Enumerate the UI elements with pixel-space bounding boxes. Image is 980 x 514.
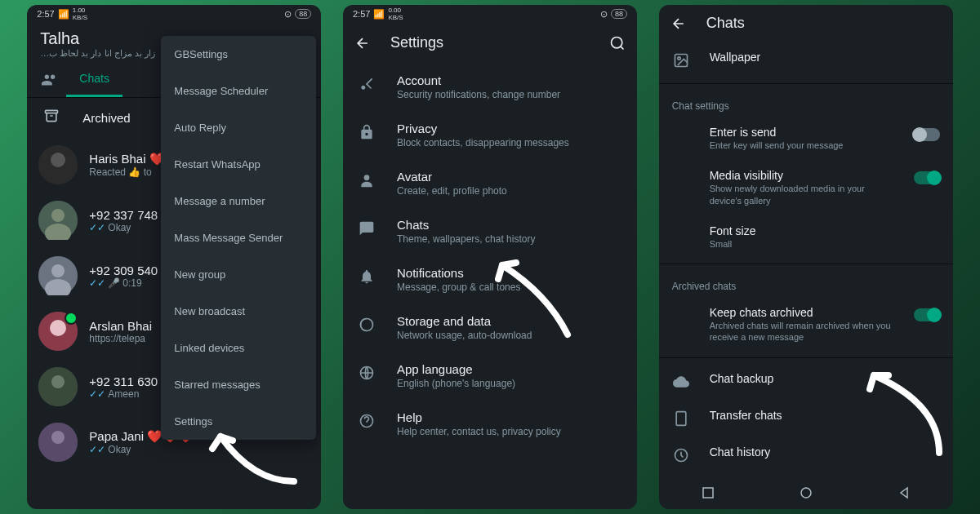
menu-item-scheduler[interactable]: Message Scheduler [161,73,316,109]
toggle-enter-send[interactable] [914,128,940,141]
nav-recent-icon[interactable] [702,486,715,499]
section-archived: Archived chats [659,269,953,297]
back-icon[interactable] [354,35,371,51]
divider [659,264,953,264]
wallpaper-icon [672,51,690,69]
setting-storage[interactable]: Storage and dataNetwork usage, auto-down… [343,304,637,352]
svg-rect-23 [703,488,713,498]
svg-point-4 [51,209,65,222]
kbps-label: 0.00KB/S [388,7,403,21]
status-time: 2:57 [353,9,370,19]
lock-icon: ⊙ [600,9,608,20]
setting-privacy[interactable]: PrivacyBlock contacts, disappearing mess… [343,111,637,159]
svg-point-15 [611,37,621,47]
menu-item-new-broadcast[interactable]: New broadcast [161,293,316,330]
setting-notifications[interactable]: NotificationsMessage, group & call tones [343,255,637,304]
globe-icon [358,364,376,382]
svg-point-14 [51,431,65,444]
search-icon[interactable] [609,35,626,51]
chat-preview: ✓✓Okay [89,444,310,455]
android-nav-bar [659,476,953,509]
phone-panel-chat-settings: Chats Wallpaper Chat settings Enter is s… [659,5,953,509]
option-media-visibility[interactable]: Media visibilityShow newly downloaded me… [659,160,953,215]
nav-back-icon[interactable] [898,486,911,499]
menu-item-settings[interactable]: Settings [161,403,316,440]
cloud-icon [672,373,690,391]
svg-point-12 [51,375,65,388]
signal-icon: 📶 [58,9,69,20]
read-tick-icon: ✓✓ [89,444,105,455]
setting-language[interactable]: App languageEnglish (phone's language) [343,352,637,400]
read-tick-icon: ✓✓ [89,388,105,400]
setting-help[interactable]: HelpHelp center, contact us, privacy pol… [343,400,637,448]
status-bar: 2:57 📶 0.00KB/S ⊙ 88 [343,5,637,23]
toggle-keep-archived[interactable] [914,308,940,321]
settings-title: Settings [390,34,590,51]
menu-item-autoreply[interactable]: Auto Reply [161,109,316,146]
option-wallpaper[interactable]: Wallpaper [659,42,953,78]
svg-rect-0 [46,110,58,113]
menu-item-message-number[interactable]: Message a number [161,183,316,219]
toggle-media-visibility[interactable] [914,171,940,184]
avatar[interactable] [38,145,78,184]
setting-account[interactable]: AccountSecurity notifications, change nu… [343,63,637,111]
battery-badge: 88 [611,9,627,19]
option-enter-send[interactable]: Enter is sendEnter key will send your me… [659,117,953,160]
nav-home-icon[interactable] [800,486,813,499]
menu-item-starred[interactable]: Starred messages [161,366,316,403]
phone-panel-settings: 2:57 📶 0.00KB/S ⊙ 88 Settings AccountSec… [343,5,637,509]
avatar[interactable] [38,312,78,351]
tab-chats[interactable]: Chats [66,62,122,97]
chats-title: Chats [706,15,745,32]
bell-icon [358,268,376,286]
read-tick-icon: ✓✓ [89,222,105,233]
menu-dropdown: GBSettings Message Scheduler Auto Reply … [161,36,316,440]
svg-point-7 [51,264,65,277]
data-icon [358,316,376,334]
svg-point-21 [677,57,679,60]
setting-avatar[interactable]: AvatarCreate, edit, profile photo [343,159,637,207]
transfer-icon [672,410,690,428]
history-icon [672,446,690,464]
menu-item-linked-devices[interactable]: Linked devices [161,330,316,366]
option-chat-backup[interactable]: Chat backup [659,363,953,400]
menu-item-mass-sender[interactable]: Mass Message Sender [161,219,316,256]
lock-icon [358,123,376,141]
settings-header: Settings [343,23,637,63]
option-keep-archived[interactable]: Keep chats archivedArchived chats will r… [659,297,953,352]
menu-item-new-group[interactable]: New group [161,256,316,293]
phone-panel-chats: 2:57 📶 1.00KB/S ⊙ 88 Talha زار بد مزاج ا… [27,5,321,509]
status-bar: 2:57 📶 1.00KB/S ⊙ 88 [27,5,321,23]
menu-item-restart[interactable]: Restart WhatsApp [161,146,316,183]
divider [659,357,953,358]
battery-badge: 88 [295,9,311,19]
kbps-label: 1.00KB/S [73,7,87,21]
avatar[interactable] [38,256,78,295]
chats-header: Chats [659,5,953,42]
svg-point-2 [51,153,65,167]
option-transfer-chats[interactable]: Transfer chats [659,400,953,436]
setting-chats[interactable]: ChatsTheme, wallpapers, chat history [343,207,637,255]
back-icon[interactable] [670,16,687,32]
archived-label: Archived [82,111,130,125]
chat-icon [358,219,376,237]
status-time: 2:57 [37,9,54,19]
signal-icon: 📶 [373,9,385,20]
mic-icon: 🎤 [108,277,120,289]
help-icon [358,412,376,430]
key-icon [358,75,376,93]
avatar[interactable] [38,367,78,406]
archive-icon [43,108,63,127]
community-icon[interactable] [33,71,66,89]
svg-point-24 [801,488,811,498]
lock-icon: ⊙ [284,9,292,20]
avatar[interactable] [38,201,78,240]
read-tick-icon: ✓✓ [89,277,105,289]
settings-list: AccountSecurity notifications, change nu… [343,63,637,448]
avatar[interactable] [38,423,78,462]
option-font-size[interactable]: Font sizeSmall [659,215,953,259]
option-chat-history[interactable]: Chat history [659,436,953,473]
section-chat-settings: Chat settings [659,89,953,117]
menu-item-gbsettings[interactable]: GBSettings [161,36,316,73]
avatar-icon [358,171,376,189]
